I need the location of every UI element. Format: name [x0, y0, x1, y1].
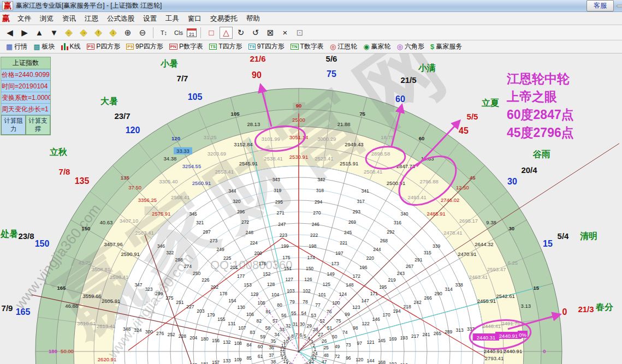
toolbar-main: ◀▶▲▼◆←◆→◆↑◆↓⊕⊖T↕Cls21□△↻↺⊠×⊡	[0, 25, 622, 40]
svg-text:198: 198	[309, 243, 316, 249]
menu-item-3[interactable]: 江恩	[80, 14, 103, 23]
svg-text:7: 7	[295, 332, 298, 338]
t-table-button[interactable]: TNT数字表	[288, 41, 327, 52]
red-square-icon[interactable]: □	[205, 27, 218, 39]
svg-text:27: 27	[318, 332, 323, 337]
menu-item-9[interactable]: 帮助	[242, 14, 264, 23]
outer-degree-105: 105	[188, 92, 203, 102]
svg-text:151: 151	[284, 266, 292, 271]
svg-text:220: 220	[366, 255, 374, 261]
svg-text:2485.91: 2485.91	[427, 211, 446, 217]
svg-text:126: 126	[304, 277, 312, 282]
svg-text:252: 252	[167, 332, 175, 337]
svg-text:2605.91: 2605.91	[102, 298, 120, 304]
svg-text:81: 81	[265, 309, 271, 314]
diamond-down-icon[interactable]: ◆↓	[106, 27, 120, 39]
menu-item-2[interactable]: 资讯	[58, 14, 80, 23]
svg-text:40.63: 40.63	[100, 219, 113, 225]
svg-text:157: 157	[212, 360, 220, 364]
partial-button[interactable]	[617, 5, 622, 7]
prev-icon[interactable]: ◀	[3, 27, 16, 39]
diamond-left-icon[interactable]: ◆←	[62, 27, 75, 39]
svg-text:125: 125	[323, 282, 330, 287]
svg-text:223: 223	[280, 232, 287, 238]
next-icon[interactable]: ▶	[18, 27, 31, 39]
red-triangle-icon[interactable]: △	[220, 27, 233, 39]
kline-icon	[61, 43, 68, 50]
date-label-0: 21/3	[578, 305, 594, 314]
svg-text:2440.91: 2440.91	[499, 333, 518, 339]
peak-up-icon[interactable]: ▲	[33, 27, 46, 39]
svg-text:61: 61	[258, 354, 263, 359]
svg-text:57: 57	[273, 318, 278, 324]
svg-text:148: 148	[346, 282, 353, 288]
ninet-square-button[interactable]: T99T四方形	[246, 41, 287, 52]
projector-icon[interactable]: ⊡	[293, 27, 306, 39]
winner-service-button[interactable]: $赢家服务	[428, 41, 465, 52]
title-bar: 赢 赢家江恩专业版[赢家服务平台] - [上证指数 江恩轮] 客服	[0, 0, 622, 12]
svg-text:15: 15	[533, 285, 539, 291]
rotate-ccw-icon[interactable]: ↺	[249, 27, 262, 39]
time-axis-icon[interactable]: T↕	[157, 27, 170, 39]
svg-text:26: 26	[322, 338, 327, 344]
t-square-button[interactable]: TST四方形	[206, 41, 245, 52]
svg-text:2545.91: 2545.91	[239, 160, 258, 166]
boxed-x-icon[interactable]: ⊠	[264, 27, 277, 39]
svg-text:177: 177	[237, 273, 245, 279]
menu-item-8[interactable]: 交易委托	[206, 14, 242, 23]
diamond-up-icon[interactable]: ◆↑	[92, 27, 105, 39]
svg-text:2796.88: 2796.88	[419, 178, 438, 184]
svg-text:76: 76	[327, 309, 332, 314]
outer-degree-0: 0	[562, 307, 567, 317]
svg-text:289: 289	[445, 329, 452, 335]
p-table-button[interactable]: PNP数字表	[167, 41, 206, 52]
svg-text:2515.91: 2515.91	[340, 160, 358, 166]
customer-service-button[interactable]: 客服	[587, 0, 614, 11]
svg-text:82: 82	[257, 318, 262, 324]
hexagon-button[interactable]: ◎六角形	[394, 41, 427, 52]
menu-item-7[interactable]: 窗口	[183, 14, 206, 23]
svg-text:341: 341	[361, 188, 369, 194]
peak-down-icon[interactable]: ▼	[48, 27, 61, 39]
svg-text:3559.66: 3559.66	[82, 293, 101, 299]
zoom-out-icon[interactable]: ⊖	[136, 27, 149, 39]
gann-wheel-chart[interactable]: 赢家财富网www.yingjia360.comwww.yingjia360.co…	[0, 53, 622, 364]
compress-icon[interactable]: ×	[279, 27, 292, 39]
svg-text:155: 155	[217, 317, 225, 322]
svg-text:3.13: 3.13	[521, 303, 531, 309]
zoom-in-icon[interactable]: ⊕	[121, 27, 134, 39]
date-label-60: 21/5	[400, 75, 416, 85]
cls-button[interactable]: Cls	[172, 27, 185, 39]
svg-text:249: 249	[217, 247, 224, 252]
diamond-right-icon[interactable]: ◆→	[77, 27, 90, 39]
menu-item-0[interactable]: 文件	[13, 14, 35, 23]
svg-text:169: 169	[389, 336, 396, 342]
svg-text:346: 346	[157, 243, 165, 249]
menu-item-4[interactable]: 公式选股	[103, 14, 139, 23]
kline-button[interactable]: K线	[58, 41, 84, 52]
ninep-square-button[interactable]: P99P四方形	[123, 41, 165, 52]
blocks-icon: ▩	[33, 43, 40, 51]
calendar-icon[interactable]: 21	[187, 28, 197, 37]
svg-text:295: 295	[275, 199, 283, 205]
menu-item-5[interactable]: 设置	[139, 14, 161, 23]
rotate-cw-icon[interactable]: ↻	[234, 27, 247, 39]
p-square-button[interactable]: PSP四方形	[84, 41, 123, 52]
svg-text:321: 321	[196, 220, 204, 225]
sectors-button[interactable]: ▩板块	[31, 41, 57, 52]
svg-text:75: 75	[359, 111, 365, 117]
calc-resistance-button[interactable]: 计算阻力	[1, 115, 26, 135]
winner-wheel-button[interactable]: ◉赢家轮	[360, 41, 393, 52]
quotes-button[interactable]: ▦行情	[3, 41, 30, 52]
svg-text:0%: 0%	[519, 332, 526, 338]
svg-text:90: 90	[296, 103, 302, 109]
svg-text:175: 175	[282, 255, 290, 260]
svg-text:24: 24	[312, 351, 318, 356]
calc-support-button[interactable]: 计算支撑	[26, 115, 50, 135]
svg-text:123: 123	[352, 305, 360, 310]
gann-wheel-button[interactable]: ◎江恩轮	[327, 41, 360, 52]
menu-item-6[interactable]: 工具	[161, 14, 183, 23]
svg-text:2560.91: 2560.91	[192, 180, 211, 186]
menu-item-1[interactable]: 浏览	[35, 14, 58, 23]
svg-text:219: 219	[388, 277, 395, 283]
